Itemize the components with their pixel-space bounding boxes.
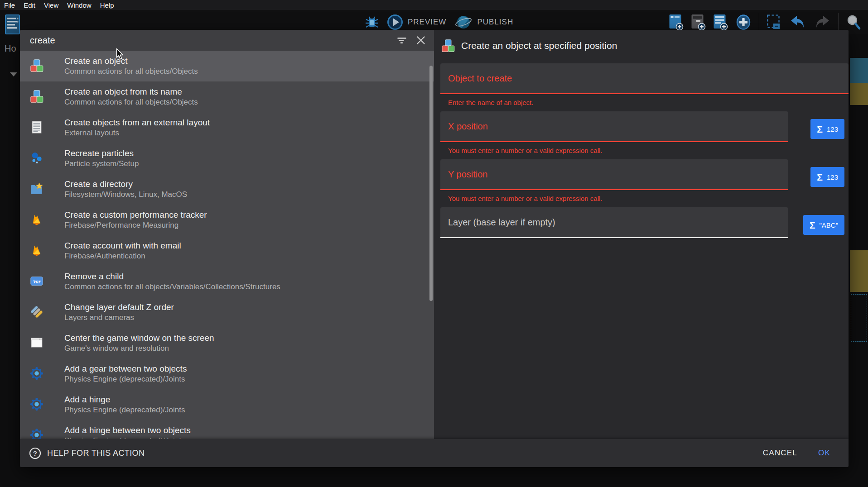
action-list-item[interactable]: Center the game window on the screenGame… xyxy=(20,328,434,358)
action-item-group: Firebase/Authentication xyxy=(64,252,181,261)
add-external-events-icon xyxy=(713,14,728,31)
action-list-item[interactable]: Create objects from an external layoutEx… xyxy=(20,112,434,143)
objects-cubes-icon xyxy=(30,90,44,104)
expression-type-label: 123 xyxy=(827,173,838,181)
action-list-item[interactable]: Add a hingePhysics Engine (deprecated)/J… xyxy=(20,389,434,420)
add-external-layout-button[interactable] xyxy=(691,14,706,31)
menu-item-window[interactable]: Window xyxy=(67,1,91,9)
publish-button[interactable]: PUBLISH xyxy=(454,14,513,30)
external-layout-icon xyxy=(30,120,44,135)
toolbar-divider xyxy=(759,13,759,32)
filter-button[interactable] xyxy=(396,34,408,46)
field-label: Y position xyxy=(448,169,487,180)
action-item-text: Add a hinge between two objectsPhysics E… xyxy=(64,426,191,439)
layer-base-layer-if-empty-input[interactable]: Layer (base layer if empty) xyxy=(440,207,788,238)
action-list-item[interactable]: Create a directoryFilesystem/Windows, Li… xyxy=(20,174,434,205)
menu-item-view[interactable]: View xyxy=(44,1,58,9)
action-list-item[interactable]: Create a custom performance trackerFireb… xyxy=(20,205,434,235)
x-position-expression-button[interactable]: Σ123 xyxy=(810,119,844,139)
field-label: Object to create xyxy=(448,73,512,84)
redo-icon xyxy=(814,15,831,29)
scrollbar-thumb[interactable] xyxy=(429,66,433,301)
undo-button[interactable] xyxy=(789,15,806,29)
action-item-group: Particle system/Setup xyxy=(64,160,139,168)
dialog-footer: ? HELP FOR THIS ACTION CANCEL OK xyxy=(20,439,849,467)
action-item-text: Recreate particlesParticle system/Setup xyxy=(64,149,139,168)
add-external-events-button[interactable] xyxy=(713,14,728,31)
help-button[interactable]: ? HELP FOR THIS ACTION xyxy=(29,447,145,459)
paste-button[interactable] xyxy=(767,14,782,30)
layers-icon xyxy=(30,305,44,320)
publish-label: PUBLISH xyxy=(477,18,513,27)
action-item-group: Firebase/Performance Measuring xyxy=(64,221,207,230)
add-object-button[interactable] xyxy=(669,14,684,31)
field-label: X position xyxy=(448,121,488,132)
action-item-title: Create a custom performance tracker xyxy=(64,210,207,220)
menu-item-edit[interactable]: Edit xyxy=(24,1,35,9)
search-header: create xyxy=(20,30,434,51)
action-item-group: Filesystem/Windows, Linux, MacOS xyxy=(64,191,187,199)
action-item-title: Create an object xyxy=(64,57,198,66)
action-list-item[interactable]: Add a gear between two objectsPhysics En… xyxy=(20,358,434,389)
action-item-title: Remove a child xyxy=(64,272,280,282)
physics-icon xyxy=(30,397,44,412)
add-extension-button[interactable] xyxy=(735,14,752,30)
close-button[interactable] xyxy=(415,34,427,46)
folder-star-icon xyxy=(30,182,44,196)
physics-icon xyxy=(30,428,44,439)
action-list-item[interactable]: Create an object from its nameCommon act… xyxy=(20,81,434,112)
sigma-icon: Σ xyxy=(817,172,823,182)
action-item-text: Change layer default Z orderLayers and c… xyxy=(64,303,174,322)
y-position-expression-button[interactable]: Σ123 xyxy=(810,167,844,187)
y-position-field-row: Y positionΣ123You must enter a number or… xyxy=(434,159,849,204)
field-helper-text: You must enter a number or a valid expre… xyxy=(448,146,849,156)
firebase-icon xyxy=(30,244,44,258)
action-item-group: Common actions for all objects/Variables… xyxy=(64,283,280,291)
action-list-item[interactable]: Create account with with emailFirebase/A… xyxy=(20,235,434,266)
search-button[interactable] xyxy=(846,14,861,30)
action-editor-header: Create an object at specified position xyxy=(441,39,617,53)
action-search-input[interactable]: create xyxy=(30,35,55,46)
action-item-title: Center the game window on the screen xyxy=(64,334,214,343)
action-item-text: Add a gear between two objectsPhysics En… xyxy=(64,364,187,384)
action-editor-panel: Create an object at specified position O… xyxy=(434,30,849,439)
help-label: HELP FOR THIS ACTION xyxy=(47,449,145,458)
redo-button[interactable] xyxy=(814,15,831,29)
action-item-text: Remove a childCommon actions for all obj… xyxy=(64,272,280,291)
add-extension-icon xyxy=(735,14,752,30)
filter-icon xyxy=(396,34,408,46)
expression-type-label: "ABC" xyxy=(820,221,839,229)
undo-icon xyxy=(789,15,806,29)
cancel-button[interactable]: CANCEL xyxy=(763,449,797,458)
action-item-group: Physics Engine (deprecated)/Joints xyxy=(64,406,185,415)
ok-button[interactable]: OK xyxy=(818,449,830,458)
close-icon xyxy=(415,34,427,46)
project-manager-button[interactable] xyxy=(5,14,22,37)
menu-item-help[interactable]: Help xyxy=(100,1,114,9)
background-block-teal xyxy=(850,58,868,83)
action-list-item[interactable]: VarRemove a childCommon actions for all … xyxy=(20,266,434,297)
svg-text:?: ? xyxy=(33,449,38,457)
x-position-input[interactable]: X position xyxy=(440,111,788,142)
particles-icon xyxy=(30,151,44,166)
action-list-item[interactable]: Add a hinge between two objectsPhysics E… xyxy=(20,420,434,439)
instruction-editor-dialog: create Create an objectCommon actions fo… xyxy=(20,30,849,467)
menu-item-file[interactable]: File xyxy=(4,1,15,9)
action-editor-title: Create an object at specified position xyxy=(461,40,617,51)
object-to-create-input[interactable]: Object to create xyxy=(440,63,849,94)
search-header-icons xyxy=(396,34,427,46)
preview-button[interactable]: PREVIEW xyxy=(387,14,446,30)
y-position-input[interactable]: Y position xyxy=(440,159,788,190)
play-icon xyxy=(387,14,403,30)
action-list-item[interactable]: Recreate particlesParticle system/Setup xyxy=(20,143,434,174)
action-item-title: Create an object from its name xyxy=(64,87,198,97)
background-block-olive-1 xyxy=(850,83,868,105)
action-item-title: Recreate particles xyxy=(64,149,139,158)
action-list-item[interactable]: Create an objectCommon actions for all o… xyxy=(20,51,434,81)
background-block-olive-2 xyxy=(850,250,868,292)
debug-button[interactable] xyxy=(365,15,379,29)
toolbar-divider xyxy=(838,13,839,32)
action-list-item[interactable]: Change layer default Z orderLayers and c… xyxy=(20,297,434,328)
layer-base-layer-if-empty-expression-button[interactable]: Σ"ABC" xyxy=(803,215,844,235)
menu-bar: FileEditViewWindowHelp xyxy=(0,0,868,10)
